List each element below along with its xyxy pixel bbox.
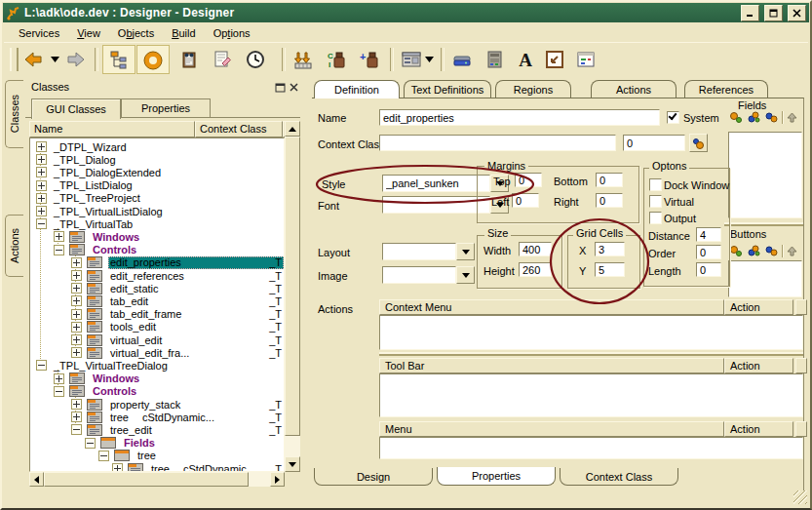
tree-item-label[interactable]: tab_edit_frame <box>108 308 183 320</box>
tab-design[interactable]: Design <box>314 468 433 486</box>
class-tree-toggle[interactable] <box>102 45 135 74</box>
ball-blue-green-icon[interactable] <box>747 245 760 256</box>
machine-button[interactable] <box>481 47 508 72</box>
fields-listbox[interactable] <box>728 132 802 218</box>
tree-row[interactable]: virtual_edit_T <box>30 333 284 346</box>
tree-item-label[interactable]: tree <box>108 412 131 423</box>
close-button[interactable] <box>788 5 806 21</box>
tree-row[interactable]: _TPL_DialogExtended <box>30 166 284 178</box>
tree-row[interactable]: edit_references_T <box>30 269 284 282</box>
margin-bottom-input[interactable] <box>596 173 623 187</box>
tree-item-label[interactable]: tree_edit <box>108 424 154 436</box>
context-class-picker-button[interactable] <box>689 134 708 152</box>
tree-item-label[interactable]: property_stack <box>108 399 182 411</box>
tab-definition[interactable]: Definition <box>314 80 400 98</box>
virtual-checkbox[interactable] <box>649 195 662 208</box>
grid-x-input[interactable] <box>595 242 625 256</box>
font-value[interactable] <box>382 196 490 214</box>
tree-row[interactable]: Windows <box>30 230 284 243</box>
tree-row[interactable]: tools_edit_T <box>30 321 284 333</box>
menu-table-body[interactable] <box>379 437 803 459</box>
tree-row[interactable]: _TPL_ListDialog <box>30 179 284 192</box>
expand-icon[interactable] <box>71 309 82 320</box>
margin-left-input[interactable] <box>512 193 539 208</box>
save-button[interactable] <box>448 47 476 72</box>
scroll-down-button[interactable] <box>285 456 300 472</box>
tab-references[interactable]: References <box>684 80 768 98</box>
tab-actions[interactable]: Actions <box>591 80 677 98</box>
margin-top-input[interactable] <box>515 173 542 187</box>
tree-row[interactable]: tree_edit_T <box>30 423 284 436</box>
minimize-button[interactable] <box>741 5 759 21</box>
column-header-context-class[interactable]: Context Class <box>195 121 283 137</box>
tool-bar-table-header[interactable]: Tool Bar <box>379 358 724 373</box>
edit-document-button[interactable] <box>209 47 236 72</box>
layout-value[interactable] <box>382 243 456 260</box>
length-input[interactable] <box>696 262 721 277</box>
context-menu-table-body[interactable] <box>379 315 803 350</box>
tree-row[interactable]: treecStdDynamic..._T <box>30 411 284 423</box>
tree-item-label[interactable]: _TPL_TreeProject <box>52 192 142 204</box>
expand-icon[interactable] <box>71 334 82 345</box>
expand-icon[interactable] <box>71 270 82 281</box>
tree-row[interactable]: treecStdDynamic..._T <box>30 462 284 472</box>
output-checkbox[interactable] <box>649 212 662 224</box>
tree-item-label[interactable]: edit_static <box>108 283 161 294</box>
scroll-up-button[interactable] <box>285 121 300 137</box>
tree-item-label[interactable]: _TPL_VirtualListDialog <box>52 206 165 217</box>
tree-item-label[interactable]: virtual_edit <box>108 334 164 346</box>
collapse-icon[interactable] <box>54 386 64 397</box>
tree-item-label[interactable]: Fields <box>122 437 157 449</box>
tree-row[interactable]: _TPL_VirtualListDialog <box>30 205 284 217</box>
add-class-button[interactable]: + <box>356 47 383 72</box>
collapse-icon[interactable] <box>36 218 47 229</box>
tree-row[interactable]: _TPL_TreeProject <box>30 192 284 205</box>
tree-item-label[interactable]: Controls <box>91 244 138 255</box>
tree-row[interactable]: property_stack_T <box>30 398 284 411</box>
tree-item-label[interactable]: tree <box>149 463 172 473</box>
dock-tab-classes[interactable]: Classes <box>5 80 23 148</box>
expand-icon[interactable] <box>71 347 82 358</box>
order-input[interactable] <box>696 245 721 259</box>
expand-icon[interactable] <box>71 322 82 333</box>
dock-window-checkbox[interactable] <box>649 178 662 191</box>
tool-bar-table-body[interactable] <box>379 373 803 417</box>
tree-row[interactable]: edit_static_T <box>30 282 284 294</box>
expand-icon[interactable] <box>36 154 47 165</box>
menu-view[interactable]: View <box>68 26 109 40</box>
float-window-icon[interactable] <box>275 83 286 95</box>
expand-icon[interactable] <box>36 180 47 191</box>
resize-grip[interactable] <box>793 490 807 504</box>
tree-row[interactable]: Windows <box>30 373 284 385</box>
collapse-icon[interactable] <box>85 438 96 449</box>
new-class-button[interactable]: C I <box>323 47 350 72</box>
donut-view-toggle[interactable] <box>136 45 170 74</box>
image-value[interactable] <box>382 266 456 284</box>
menu-objects[interactable]: Objects <box>109 26 163 40</box>
tab-properties-left[interactable]: Properties <box>121 98 211 117</box>
distance-input[interactable] <box>696 227 721 242</box>
expand-icon[interactable] <box>112 463 123 472</box>
tree-item-label[interactable]: _TPL_DialogExtended <box>52 167 163 178</box>
style-value[interactable] <box>382 175 490 192</box>
ball-orange-green-icon[interactable] <box>729 111 743 123</box>
tree-item-label[interactable]: _TPL_VirtualTab <box>52 218 135 230</box>
collapse-icon[interactable] <box>54 245 64 255</box>
table-splitter[interactable] <box>379 352 803 356</box>
tree-row[interactable]: tab_edit_frame_T <box>30 308 284 321</box>
ball-orange-green-icon[interactable] <box>729 245 743 256</box>
back-button[interactable] <box>19 47 47 72</box>
name-input[interactable] <box>379 109 660 126</box>
tree-horizontal-scrollbar[interactable] <box>29 472 285 487</box>
vertical-scroll-thumb[interactable] <box>285 137 300 436</box>
up-arrow-icon[interactable] <box>787 246 797 256</box>
tree-item-label[interactable]: _TPL_VirtualTreeDialog <box>52 360 170 372</box>
width-input[interactable] <box>519 242 552 256</box>
tree-row[interactable]: tree <box>30 450 284 462</box>
tab-text-definitions[interactable]: Text Definitions <box>404 80 491 98</box>
menu-build[interactable]: Build <box>163 26 204 40</box>
menu-services[interactable]: Services <box>10 26 68 40</box>
image-tool-button[interactable] <box>541 47 568 72</box>
horizontal-scroll-thumb[interactable] <box>44 472 249 487</box>
scroll-left-button[interactable] <box>29 472 44 487</box>
